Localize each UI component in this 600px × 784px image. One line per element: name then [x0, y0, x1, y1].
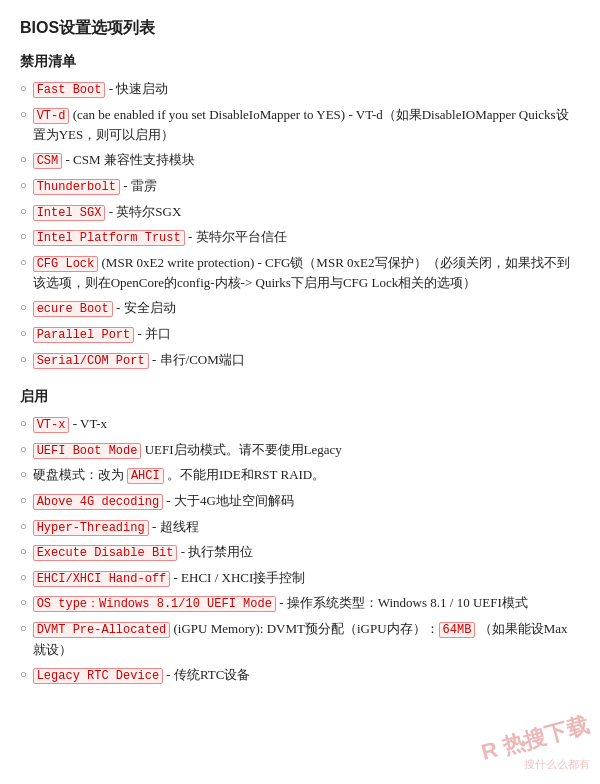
bullet-icon: ○	[20, 543, 27, 560]
code-tag: Execute Disable Bit	[33, 545, 178, 561]
code-tag: 64MB	[439, 622, 476, 638]
section-enable: 启用○VT-x - VT-x○UEFI Boot Mode UEFI启动模式。请…	[20, 388, 580, 685]
code-tag: Serial/COM Port	[33, 353, 149, 369]
watermark-sub: 搜什么么都有	[524, 757, 590, 772]
item-content-dvmt: DVMT Pre-Allocated (iGPU Memory): DVMT预分…	[33, 619, 580, 660]
list-item: ○CSM - CSM 兼容性支持模块	[20, 150, 580, 171]
list-item: ○Legacy RTC Device - 传统RTC设备	[20, 665, 580, 686]
list-item: ○VT-d (can be enabled if you set Disable…	[20, 105, 580, 146]
item-content-csm: CSM - CSM 兼容性支持模块	[33, 150, 580, 171]
list-item: ○Fast Boot - 快速启动	[20, 79, 580, 100]
bullet-icon: ○	[20, 569, 27, 586]
code-tag: ecure Boot	[33, 301, 113, 317]
code-tag: OS type：Windows 8.1/10 UEFI Mode	[33, 596, 276, 612]
list-item: ○Hyper-Threading - 超线程	[20, 517, 580, 538]
code-tag: Fast Boot	[33, 82, 106, 98]
item-content-thunderbolt: Thunderbolt - 雷雳	[33, 176, 580, 197]
list-item: ○Above 4G decoding - 大于4G地址空间解码	[20, 491, 580, 512]
list-item: ○EHCI/XHCI Hand-off - EHCI / XHCI接手控制	[20, 568, 580, 589]
bullet-icon: ○	[20, 666, 27, 683]
bullet-icon: ○	[20, 620, 27, 637]
bullet-icon: ○	[20, 228, 27, 245]
bullet-icon: ○	[20, 325, 27, 342]
code-tag: EHCI/XHCI Hand-off	[33, 571, 171, 587]
bullet-icon: ○	[20, 151, 27, 168]
item-content-fast-boot: Fast Boot - 快速启动	[33, 79, 580, 100]
bullet-icon: ○	[20, 177, 27, 194]
item-content-vt-x: VT-x - VT-x	[33, 414, 580, 435]
code-tag: CSM	[33, 153, 63, 169]
bullet-icon: ○	[20, 203, 27, 220]
list-item: ○Intel Platform Trust - 英特尔平台信任	[20, 227, 580, 248]
list-item: ○Execute Disable Bit - 执行禁用位	[20, 542, 580, 563]
code-tag: AHCI	[127, 468, 164, 484]
item-content-execute-disable-bit: Execute Disable Bit - 执行禁用位	[33, 542, 580, 563]
code-tag: Intel SGX	[33, 205, 106, 221]
code-tag: VT-x	[33, 417, 70, 433]
item-content-above-4g: Above 4G decoding - 大于4G地址空间解码	[33, 491, 580, 512]
code-tag: DVMT Pre-Allocated	[33, 622, 171, 638]
code-tag: Above 4G decoding	[33, 494, 163, 510]
section-heading-enable: 启用	[20, 388, 580, 406]
code-tag: Hyper-Threading	[33, 520, 149, 536]
item-content-ehci-xhci: EHCI/XHCI Hand-off - EHCI / XHCI接手控制	[33, 568, 580, 589]
list-item: ○DVMT Pre-Allocated (iGPU Memory): DVMT预…	[20, 619, 580, 660]
item-content-uefi-boot-mode: UEFI Boot Mode UEFI启动模式。请不要使用Legacy	[33, 440, 580, 461]
list-item: ○Serial/COM Port - 串行/COM端口	[20, 350, 580, 371]
item-content-os-type: OS type：Windows 8.1/10 UEFI Mode - 操作系统类…	[33, 593, 580, 614]
bullet-icon: ○	[20, 80, 27, 97]
list-item: ○Thunderbolt - 雷雳	[20, 176, 580, 197]
bullet-icon: ○	[20, 492, 27, 509]
section-disable: 禁用清单○Fast Boot - 快速启动○VT-d (can be enabl…	[20, 53, 580, 370]
list-item: ○OS type：Windows 8.1/10 UEFI Mode - 操作系统…	[20, 593, 580, 614]
code-tag: VT-d	[33, 108, 70, 124]
item-content-intel-sgx: Intel SGX - 英特尔SGX	[33, 202, 580, 223]
item-content-serial-com-port: Serial/COM Port - 串行/COM端口	[33, 350, 580, 371]
list-item: ○CFG Lock (MSR 0xE2 write protection) - …	[20, 253, 580, 294]
item-content-hyper-threading: Hyper-Threading - 超线程	[33, 517, 580, 538]
bullet-icon: ○	[20, 466, 27, 483]
section-heading-disable: 禁用清单	[20, 53, 580, 71]
code-tag: Thunderbolt	[33, 179, 120, 195]
code-tag: Legacy RTC Device	[33, 668, 163, 684]
bullet-icon: ○	[20, 106, 27, 123]
list-item: ○UEFI Boot Mode UEFI启动模式。请不要使用Legacy	[20, 440, 580, 461]
list-item: ○VT-x - VT-x	[20, 414, 580, 435]
page-title: BIOS设置选项列表	[20, 18, 580, 39]
item-content-vt-d: VT-d (can be enabled if you set DisableI…	[33, 105, 580, 146]
list-item: ○ecure Boot - 安全启动	[20, 298, 580, 319]
item-content-cfg-lock: CFG Lock (MSR 0xE2 write protection) - C…	[33, 253, 580, 294]
bullet-icon: ○	[20, 594, 27, 611]
item-content-intel-platform-trust: Intel Platform Trust - 英特尔平台信任	[33, 227, 580, 248]
list-item: ○硬盘模式：改为 AHCI 。不能用IDE和RST RAID。	[20, 465, 580, 486]
bullet-icon: ○	[20, 254, 27, 271]
list-item: ○Intel SGX - 英特尔SGX	[20, 202, 580, 223]
code-tag: UEFI Boot Mode	[33, 443, 142, 459]
watermark: R 热搜下载	[478, 710, 592, 767]
item-content-legacy-rtc: Legacy RTC Device - 传统RTC设备	[33, 665, 580, 686]
code-tag: CFG Lock	[33, 256, 99, 272]
bullet-icon: ○	[20, 518, 27, 535]
list-enable: ○VT-x - VT-x○UEFI Boot Mode UEFI启动模式。请不要…	[20, 414, 580, 685]
bullet-icon: ○	[20, 351, 27, 368]
list-item: ○Parallel Port - 并口	[20, 324, 580, 345]
bullet-icon: ○	[20, 415, 27, 432]
list-disable: ○Fast Boot - 快速启动○VT-d (can be enabled i…	[20, 79, 580, 370]
code-tag: Intel Platform Trust	[33, 230, 185, 246]
item-content-ahci: 硬盘模式：改为 AHCI 。不能用IDE和RST RAID。	[33, 465, 580, 486]
item-content-parallel-port: Parallel Port - 并口	[33, 324, 580, 345]
item-content-secure-boot: ecure Boot - 安全启动	[33, 298, 580, 319]
code-tag: Parallel Port	[33, 327, 135, 343]
bullet-icon: ○	[20, 299, 27, 316]
bullet-icon: ○	[20, 441, 27, 458]
